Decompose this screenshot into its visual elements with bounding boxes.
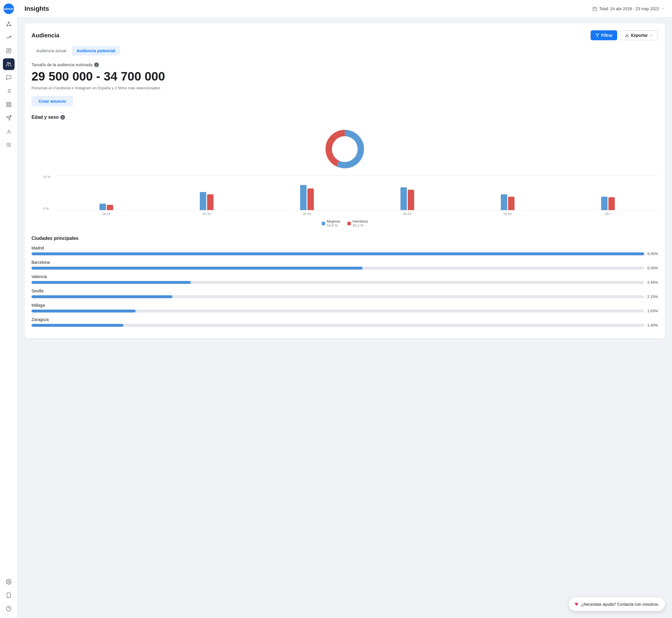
bar-women-25-34	[200, 192, 206, 210]
tab-audiencia-potencial[interactable]: Audiencia potencial	[72, 46, 120, 56]
chart-legend: Mujeres 54,8 % Hombres 45,2 %	[31, 219, 658, 228]
date-range-text: Total: 24 abr 2019 - 23 may 2022	[599, 6, 659, 11]
legend-men: Hombres 45,2 %	[347, 219, 368, 228]
city-row-zaragoza: Zaragoza 1.40%	[31, 317, 658, 327]
help-bubble[interactable]: ♥ ¿Necesitas ayuda? Contacta con nosotro…	[569, 597, 665, 611]
legend-men-dot	[347, 222, 351, 225]
card-title: Audiencia	[31, 32, 60, 39]
svg-rect-21	[6, 105, 8, 107]
svg-point-10	[7, 62, 9, 64]
cities-title: Ciudades principales	[31, 236, 658, 241]
legend-men-pct: 45,2 %	[353, 223, 368, 228]
svg-rect-18	[6, 102, 8, 104]
nav-icon-settings[interactable]	[3, 576, 15, 588]
donut-chart-container	[31, 126, 658, 173]
svg-point-31	[6, 606, 11, 611]
filter-button[interactable]: Filtrar	[591, 30, 618, 40]
age-sex-title: Edad y sexo i	[31, 115, 658, 120]
page-title: Insights	[24, 5, 49, 13]
city-row-valencia: Valencia 2.44%	[31, 274, 658, 285]
age-sex-info-icon: i	[61, 115, 65, 120]
city-fill-madrid	[31, 252, 644, 255]
nav-icon-bar-chart[interactable]	[3, 125, 15, 137]
bar-women-45-54	[401, 187, 407, 210]
bar-chart-wrapper: 10 % 0 %	[31, 175, 658, 216]
city-pct-madrid: 9.35%	[647, 251, 658, 256]
city-name-valencia: Valencia	[31, 274, 658, 279]
user-avatar[interactable]: simon	[3, 3, 14, 14]
date-range-selector[interactable]: Total: 24 abr 2019 - 23 may 2022	[592, 6, 665, 11]
nav-icon-list[interactable]	[3, 85, 15, 97]
svg-point-0	[8, 22, 9, 23]
nav-icon-network[interactable]	[3, 18, 15, 30]
city-name-sevilla: Sevilla	[31, 289, 658, 293]
card-header: Audiencia Filtrar Exportar	[31, 30, 658, 40]
left-navigation: simon	[0, 0, 17, 618]
tab-audiencia-actual[interactable]: Audiencia actual	[31, 46, 71, 56]
x-label-65plus: 65+	[600, 212, 615, 216]
city-row-barcelona: Barcelona 5.05%	[31, 260, 658, 270]
city-bar-zaragoza: 1.40%	[31, 323, 658, 327]
svg-point-41	[332, 136, 358, 162]
city-pct-malaga: 1.63%	[647, 309, 658, 313]
bar-group-65plus	[601, 197, 615, 210]
legend-women: Mujeres 54,8 %	[322, 219, 340, 228]
cities-section: Ciudades principales Madrid 9.35% Barcel…	[31, 236, 658, 327]
x-label-25-34: 25-34	[199, 212, 214, 216]
main-wrapper: Insights Total: 24 abr 2019 - 23 may 202…	[17, 0, 672, 618]
bar-women-35-44	[300, 185, 307, 210]
nav-icon-people[interactable]	[3, 59, 15, 70]
city-pct-barcelona: 5.05%	[647, 266, 658, 270]
audience-tabs: Audiencia actual Audiencia potencial	[31, 46, 658, 56]
city-bar-sevilla: 2.15%	[31, 294, 658, 299]
create-ad-button[interactable]: Crear anuncio	[31, 96, 73, 106]
x-label-35-44: 35-44	[300, 212, 314, 216]
city-row-malaga: Málaga 1.63%	[31, 303, 658, 313]
svg-rect-33	[593, 7, 596, 10]
audience-desc: Personas en Facebook e Instagram en Espa…	[31, 86, 658, 90]
top-header: Insights Total: 24 abr 2019 - 23 may 202…	[17, 0, 672, 17]
city-row-sevilla: Sevilla 2.15%	[31, 289, 658, 299]
nav-icon-help[interactable]	[3, 603, 15, 615]
nav-icon-grid[interactable]	[3, 99, 15, 110]
bar-men-65plus	[608, 197, 615, 210]
city-bar-madrid: 9.35%	[31, 251, 658, 256]
nav-icon-device[interactable]	[3, 589, 15, 601]
bar-group-25-34	[200, 192, 214, 210]
bar-women-18-24	[99, 204, 106, 210]
city-fill-malaga	[31, 310, 136, 312]
bar-women-65plus	[601, 197, 607, 210]
legend-women-pct: 54,8 %	[327, 223, 340, 228]
legend-women-dot	[322, 222, 325, 225]
svg-marker-37	[595, 34, 599, 37]
x-label-45-54: 45-54	[400, 212, 415, 216]
nav-icon-menu[interactable]	[3, 139, 15, 150]
bar-group-45-54	[401, 187, 414, 210]
nav-icon-newspaper[interactable]	[3, 45, 15, 57]
nav-icon-chat[interactable]	[3, 72, 15, 84]
y-label-10: 10 %	[43, 175, 50, 179]
city-fill-zaragoza	[31, 324, 123, 327]
bar-group-35-44	[300, 185, 314, 210]
bar-group-55-64	[501, 194, 515, 210]
svg-point-28	[8, 581, 9, 583]
size-label: Tamaño de la audiencia estimada i	[31, 63, 658, 67]
legend-men-label: Hombres	[353, 219, 368, 223]
city-name-malaga: Málaga	[31, 303, 658, 308]
bar-group-18-24	[99, 204, 113, 210]
x-label-18-24: 18-24	[99, 212, 113, 216]
info-icon: i	[94, 63, 99, 67]
nav-icon-megaphone[interactable]	[3, 112, 15, 124]
export-button[interactable]: Exportar	[620, 30, 658, 40]
city-bar-valencia: 2.44%	[31, 280, 658, 285]
city-pct-zaragoza: 1.40%	[647, 323, 658, 327]
nav-icon-chart-line[interactable]	[3, 31, 15, 43]
y-label-0: 0 %	[43, 207, 50, 210]
x-label-55-64: 55-64	[500, 212, 515, 216]
city-name-madrid: Madrid	[31, 246, 658, 250]
city-name-zaragoza: Zaragoza	[31, 317, 658, 322]
donut-chart	[321, 126, 368, 173]
city-fill-barcelona	[31, 267, 362, 270]
bar-men-25-34	[207, 194, 214, 210]
city-bar-barcelona: 5.05%	[31, 266, 658, 270]
